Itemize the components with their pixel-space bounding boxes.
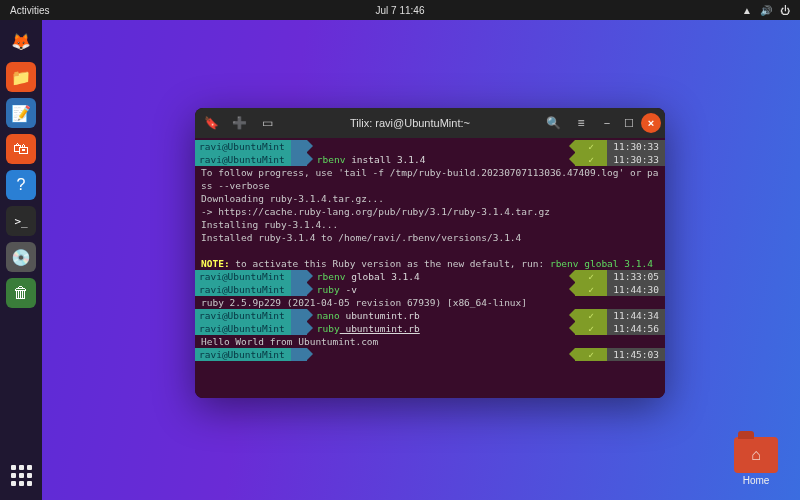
status-ok-icon: ✓ [575,153,607,166]
split-terminal-icon[interactable]: ▭ [255,111,279,135]
prompt-right-segment: ✓11:45:03 [575,348,665,361]
prompt-user-segment: ravi@UbuntuMint [195,283,291,296]
new-terminal-icon[interactable]: ➕ [227,111,251,135]
prompt-right-segment: ✓11:44:56 [575,322,665,335]
save-session-icon[interactable]: 🔖 [199,111,223,135]
prompt-line: ravi@UbuntuMintrbenv install 3.1.4✓11:30… [195,153,665,166]
prompt-time: 11:44:30 [607,283,665,296]
terminal-output-line: Installed ruby-3.1.4 to /home/ravi/.rben… [195,231,665,244]
prompt-path-segment [291,322,307,335]
status-ok-icon: ✓ [575,140,607,153]
prompt-path-segment [291,153,307,166]
dock-help[interactable]: ? [6,170,36,200]
prompt-user-segment: ravi@UbuntuMint [195,322,291,335]
dock-terminal[interactable]: >_ [6,206,36,236]
system-status-area[interactable]: ▲ 🔊 ⏻ [742,5,800,16]
prompt-command [307,140,575,153]
activities-button[interactable]: Activities [0,5,59,16]
prompt-user-segment: ravi@UbuntuMint [195,153,291,166]
prompt-right-segment: ✓11:44:34 [575,309,665,322]
terminal-window: 🔖 ➕ ▭ Tilix: ravi@UbuntuMint:~ 🔍 ≡ − ☐ ×… [195,108,665,398]
volume-icon: 🔊 [760,5,772,16]
status-ok-icon: ✓ [575,348,607,361]
prompt-user-segment: ravi@UbuntuMint [195,309,291,322]
prompt-command: ruby ubuntumint.rb [307,322,575,335]
clock[interactable]: Jul 7 11:46 [376,5,425,16]
prompt-right-segment: ✓11:44:30 [575,283,665,296]
prompt-time: 11:44:34 [607,309,665,322]
terminal-output-line: Downloading ruby-3.1.4.tar.gz... [195,192,665,205]
maximize-button[interactable]: ☐ [619,113,639,133]
dock-disk[interactable]: 💿 [6,242,36,272]
show-applications-icon[interactable] [6,460,36,490]
prompt-line: ravi@UbuntuMint✓11:45:03 [195,348,665,361]
prompt-time: 11:33:05 [607,270,665,283]
prompt-path-segment [291,283,307,296]
prompt-time: 11:30:33 [607,140,665,153]
prompt-command: rbenv install 3.1.4 [307,153,575,166]
folder-icon: ⌂ [734,437,778,473]
desktop-home-label: Home [728,475,784,486]
window-title: Tilix: ravi@UbuntuMint:~ [283,117,537,129]
prompt-right-segment: ✓11:30:33 [575,140,665,153]
search-icon[interactable]: 🔍 [541,111,565,135]
prompt-line: ravi@UbuntuMintrbenv global 3.1.4✓11:33:… [195,270,665,283]
prompt-line: ravi@UbuntuMintnano ubuntumint.rb✓11:44:… [195,309,665,322]
prompt-path-segment [291,309,307,322]
prompt-command: nano ubuntumint.rb [307,309,575,322]
prompt-path-segment [291,140,307,153]
prompt-path-segment [291,348,307,361]
terminal-output-line: Installing ruby-3.1.4... [195,218,665,231]
prompt-time: 11:45:03 [607,348,665,361]
desktop-home-folder[interactable]: ⌂ Home [728,437,784,486]
prompt-time: 11:30:33 [607,153,665,166]
terminal-titlebar[interactable]: 🔖 ➕ ▭ Tilix: ravi@UbuntuMint:~ 🔍 ≡ − ☐ × [195,108,665,138]
house-icon: ⌂ [751,446,761,464]
prompt-right-segment: ✓11:33:05 [575,270,665,283]
status-ok-icon: ✓ [575,270,607,283]
terminal-output-line: -> https://cache.ruby-lang.org/pub/ruby/… [195,205,665,218]
dock: 🦊📁📝🛍?>_💿🗑 [0,20,42,500]
terminal-body[interactable]: ravi@UbuntuMint✓11:30:33ravi@UbuntuMintr… [195,138,665,398]
power-icon: ⏻ [780,5,790,16]
status-ok-icon: ✓ [575,322,607,335]
hamburger-menu-icon[interactable]: ≡ [569,111,593,135]
prompt-line: ravi@UbuntuMintruby -v✓11:44:30 [195,283,665,296]
dock-firefox[interactable]: 🦊 [6,26,36,56]
minimize-button[interactable]: − [597,113,617,133]
dock-software[interactable]: 🛍 [6,134,36,164]
status-ok-icon: ✓ [575,283,607,296]
prompt-user-segment: ravi@UbuntuMint [195,348,291,361]
dock-trash[interactable]: 🗑 [6,278,36,308]
status-ok-icon: ✓ [575,309,607,322]
terminal-note-line: NOTE: to activate this Ruby version as t… [195,257,665,270]
dock-files[interactable]: 📁 [6,62,36,92]
network-icon: ▲ [742,5,752,16]
prompt-command: ruby -v [307,283,575,296]
prompt-user-segment: ravi@UbuntuMint [195,140,291,153]
prompt-command: rbenv global 3.1.4 [307,270,575,283]
prompt-line: ravi@UbuntuMintruby ubuntumint.rb✓11:44:… [195,322,665,335]
close-button[interactable]: × [641,113,661,133]
terminal-blank-line [195,244,665,257]
terminal-output-line: To follow progress, use 'tail -f /tmp/ru… [195,166,665,192]
terminal-output-line: Hello World from Ubuntumint.com [195,335,665,348]
prompt-path-segment [291,270,307,283]
prompt-right-segment: ✓11:30:33 [575,153,665,166]
prompt-line: ravi@UbuntuMint✓11:30:33 [195,140,665,153]
terminal-output-line: ruby 2.5.9p229 (2021-04-05 revision 6793… [195,296,665,309]
prompt-time: 11:44:56 [607,322,665,335]
prompt-command [307,348,575,361]
top-bar: Activities Jul 7 11:46 ▲ 🔊 ⏻ [0,0,800,20]
dock-text-editor[interactable]: 📝 [6,98,36,128]
prompt-user-segment: ravi@UbuntuMint [195,270,291,283]
